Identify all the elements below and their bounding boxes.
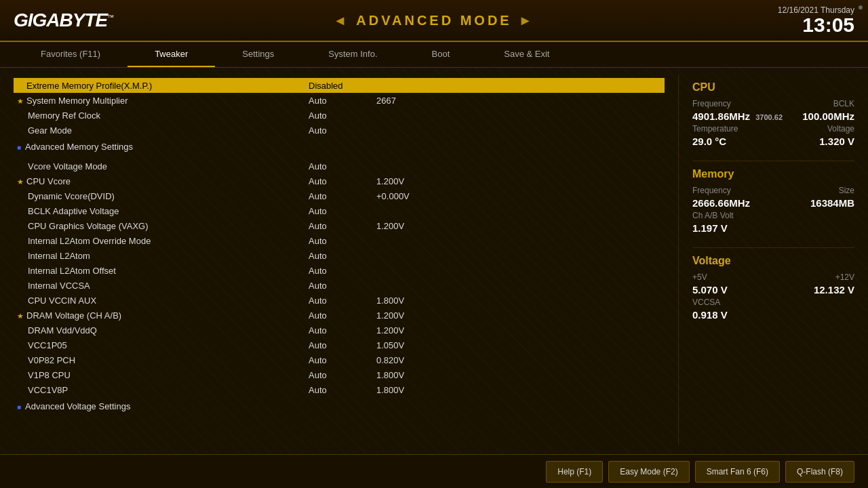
cpu-temp-value: 29.0 °C <box>692 136 726 147</box>
corner-indicator <box>859 5 863 9</box>
setting-name: VCC1V8P <box>17 385 309 395</box>
header: GIGABYTE™ ADVANCED MODE 12/16/2021 Thurs… <box>0 0 868 42</box>
setting-name: ★CPU Vcore <box>17 176 309 186</box>
tab-tweaker[interactable]: Tweaker <box>127 42 215 67</box>
cpu-freq-label: Frequency <box>692 99 731 108</box>
table-row: Internal L2AtomAuto <box>14 248 665 263</box>
setting-value2: 1.800V <box>376 370 431 380</box>
bottom-bar: Help (F1) Easy Mode (F2) Smart Fan 6 (F6… <box>0 454 868 488</box>
setting-name: ■Advanced Memory Settings <box>17 142 309 152</box>
setting-value2: 1.800V <box>376 385 431 395</box>
logo: GIGABYTE™ <box>14 9 113 31</box>
section-bullet-icon: ■ <box>17 144 21 151</box>
cpu-bclk-value: 100.00MHz <box>802 110 854 122</box>
memory-section: Memory Frequency Size 2666.66MHz 16384MB… <box>692 168 854 234</box>
setting-name: Vcore Voltage Mode <box>17 161 309 171</box>
setting-value: Disabled <box>309 81 376 91</box>
mem-size-label: Size <box>839 186 854 195</box>
setting-name: ■Advanced Voltage Settings <box>17 401 309 411</box>
setting-value2: 1.200V <box>376 176 431 186</box>
setting-value: Auto <box>309 221 376 231</box>
setting-value: Auto <box>309 125 376 136</box>
voltage-title: Voltage <box>692 255 854 267</box>
tab-settings[interactable]: Settings <box>215 42 301 67</box>
table-row: DRAM Vdd/VddQAuto1.200V <box>14 323 665 338</box>
tab-save-exit[interactable]: Save & Exit <box>477 42 576 67</box>
spacer-row <box>14 153 665 159</box>
table-row: Internal L2Atom Override ModeAuto <box>14 233 665 248</box>
volt-5v-label: +5V <box>692 272 707 282</box>
cpu-freq-val-row: 4901.86MHz 3700.62 100.00MHz <box>692 110 854 122</box>
setting-name: V0P82 PCH <box>17 355 309 365</box>
qflash-button[interactable]: Q-Flash (F8) <box>785 461 854 483</box>
setting-value2: 2667 <box>376 96 431 106</box>
mem-freq-value: 2666.66MHz <box>692 197 750 209</box>
volt-vccsa-val-row: 0.918 V <box>692 309 854 321</box>
setting-value2: +0.000V <box>376 191 431 201</box>
section-bullet-icon: ■ <box>17 403 21 411</box>
cpu-freq-mhz: 4901.86MHz <box>692 110 750 122</box>
smart-fan-button[interactable]: Smart Fan 6 (F6) <box>695 461 780 483</box>
setting-value: Auto <box>309 161 376 171</box>
setting-name: Internal L2Atom Override Mode <box>17 236 309 246</box>
setting-name: CPU VCCIN AUX <box>17 296 309 306</box>
setting-value: Auto <box>309 251 376 261</box>
tab-system-info[interactable]: System Info. <box>301 42 404 67</box>
setting-name: VCC1P05 <box>17 340 309 350</box>
volt-5-12-val-row: 5.070 V 12.132 V <box>692 284 854 296</box>
easy-mode-button[interactable]: Easy Mode (F2) <box>608 461 689 483</box>
volt-vccsa-value: 0.918 V <box>692 309 728 321</box>
table-row: ■Advanced Memory Settings <box>14 138 665 153</box>
setting-value2: 1.800V <box>376 296 431 306</box>
tab-favorites[interactable]: Favorites (F11) <box>14 42 127 67</box>
setting-name: Internal L2Atom Offset <box>17 266 309 276</box>
table-row: VCC1P05Auto1.050V <box>14 338 665 352</box>
mem-freq-row: Frequency Size <box>692 186 854 195</box>
setting-value: Auto <box>309 355 376 365</box>
cpu-temp-val-row: 29.0 °C 1.320 V <box>692 136 854 147</box>
setting-name: Internal VCCSA <box>17 281 309 291</box>
setting-name: Gear Mode <box>17 125 309 136</box>
tab-boot[interactable]: Boot <box>405 42 477 67</box>
table-row: VCC1V8PAuto1.800V <box>14 382 665 397</box>
setting-value: Auto <box>309 191 376 201</box>
setting-value: Auto <box>309 176 376 186</box>
table-row: BCLK Adaptive VoltageAuto <box>14 203 665 218</box>
setting-value2: 1.200V <box>376 325 431 336</box>
table-row: V1P8 CPUAuto1.800V <box>14 367 665 382</box>
setting-value: Auto <box>309 266 376 276</box>
nav-tabs: Favorites (F11) Tweaker Settings System … <box>0 42 868 68</box>
table-row: Gear ModeAuto <box>14 123 665 138</box>
table-row: V0P82 PCHAuto0.820V <box>14 352 665 367</box>
setting-name: CPU Graphics Voltage (VAXG) <box>17 221 309 231</box>
mem-ch-volt-value: 1.197 V <box>692 222 728 234</box>
setting-value: Auto <box>309 236 376 246</box>
logo-text: GIGABYTE <box>14 9 107 30</box>
setting-value: Auto <box>309 325 376 336</box>
logo-sup: ™ <box>107 14 113 21</box>
table-row: Dynamic Vcore(DVID)Auto+0.000V <box>14 188 665 203</box>
volt-vccsa-row: VCCSA <box>692 298 854 307</box>
cpu-freq-row: Frequency BCLK <box>692 99 854 108</box>
setting-value2: 1.050V <box>376 340 431 350</box>
star-icon: ★ <box>17 312 24 320</box>
table-row[interactable]: ★Extreme Memory Profile(X.M.P.)Disabled <box>14 78 665 93</box>
setting-name: ★Extreme Memory Profile(X.M.P.) <box>17 81 309 91</box>
cpu-bclk-sub: 3700.62 <box>755 113 783 121</box>
time-display: 13:05 <box>778 15 854 35</box>
setting-value: Auto <box>309 370 376 380</box>
table-row: Vcore Voltage ModeAuto <box>14 159 665 174</box>
voltage-section: Voltage +5V +12V 5.070 V 12.132 V VCCSA … <box>692 255 854 321</box>
setting-value: Auto <box>309 296 376 306</box>
setting-value: Auto <box>309 310 376 321</box>
cpu-temp-label: Temperature <box>692 124 738 134</box>
table-row: Internal L2Atom OffsetAuto <box>14 263 665 278</box>
help-button[interactable]: Help (F1) <box>546 461 603 483</box>
setting-name: Internal L2Atom <box>17 251 309 261</box>
mem-freq-label: Frequency <box>692 186 731 195</box>
cpu-bclk-label: BCLK <box>833 99 854 108</box>
volt-5v-value: 5.070 V <box>692 284 728 296</box>
table-row: ★DRAM Voltage (CH A/B)Auto1.200V <box>14 308 665 323</box>
setting-value: Auto <box>309 206 376 216</box>
setting-value: Auto <box>309 340 376 350</box>
